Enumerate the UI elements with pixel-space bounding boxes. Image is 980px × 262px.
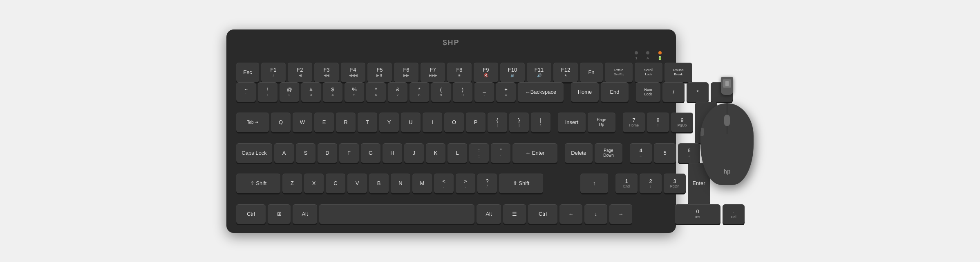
key-f2[interactable]: F2◀	[288, 63, 312, 82]
key-numpad-dot[interactable]: .Del	[723, 204, 745, 224]
key-f10[interactable]: F10🔉	[500, 63, 525, 82]
key-w[interactable]: W	[293, 113, 312, 132]
key-y[interactable]: Y	[379, 113, 399, 132]
key-right-shift[interactable]: ⇧ Shift	[499, 174, 543, 193]
key-numpad-6[interactable]: 6→	[678, 143, 700, 163]
key-p[interactable]: P	[466, 113, 486, 132]
key-7[interactable]: &7	[388, 82, 407, 102]
key-period[interactable]: >.	[456, 174, 475, 193]
key-close-bracket[interactable]: }]	[509, 113, 529, 132]
key-l[interactable]: L	[447, 143, 467, 163]
key-win[interactable]: ⊞	[268, 204, 291, 224]
key-c[interactable]: C	[326, 174, 345, 193]
key-5[interactable]: %5	[345, 82, 364, 102]
key-tab[interactable]: Tab ⇥	[236, 113, 269, 132]
key-d[interactable]: D	[318, 143, 337, 163]
key-8[interactable]: *8	[409, 82, 429, 102]
key-page-up[interactable]: PageUp	[588, 113, 615, 132]
key-pause[interactable]: PauseBreak	[665, 63, 692, 82]
key-caps-lock[interactable]: Caps Lock	[236, 143, 272, 163]
key-u[interactable]: U	[401, 113, 421, 132]
key-backslash[interactable]: |\	[531, 113, 550, 132]
key-a[interactable]: A	[274, 143, 294, 163]
key-f9[interactable]: F9🔇	[474, 63, 498, 82]
key-open-bracket[interactable]: {[	[488, 113, 507, 132]
key-delete[interactable]: Delete	[565, 143, 593, 163]
key-o[interactable]: O	[444, 113, 464, 132]
key-0[interactable]: )0	[453, 82, 472, 102]
key-r[interactable]: R	[336, 113, 356, 132]
key-enter[interactable]: ← Enter	[512, 143, 557, 163]
key-num-lock[interactable]: NumLock	[636, 82, 660, 102]
key-scroll-lock[interactable]: ScrollLock	[635, 63, 662, 82]
key-2[interactable]: @2	[280, 82, 299, 102]
key-f1[interactable]: F1♪	[261, 63, 286, 82]
key-f4[interactable]: F4◀◀◀	[341, 63, 365, 82]
key-i[interactable]: I	[423, 113, 442, 132]
key-j[interactable]: J	[404, 143, 424, 163]
key-left-shift[interactable]: ⇧ Shift	[236, 174, 280, 193]
key-space[interactable]	[319, 204, 474, 224]
key-f3[interactable]: F3◀◀	[314, 63, 339, 82]
key-numpad-star[interactable]: *	[687, 82, 709, 102]
key-quote[interactable]: "'	[491, 143, 510, 163]
key-m[interactable]: M	[412, 174, 432, 193]
key-right-ctrl[interactable]: Ctrl	[528, 204, 557, 224]
key-k[interactable]: K	[426, 143, 445, 163]
key-prtsc[interactable]: PrtScSysRq	[605, 63, 633, 82]
key-g[interactable]: G	[361, 143, 380, 163]
key-left-ctrl[interactable]: Ctrl	[236, 204, 266, 224]
key-numpad-5[interactable]: 5	[654, 143, 676, 163]
key-s[interactable]: S	[296, 143, 315, 163]
key-x[interactable]: X	[304, 174, 324, 193]
key-1[interactable]: !1	[258, 82, 277, 102]
key-comma[interactable]: <,	[434, 174, 454, 193]
key-t[interactable]: T	[358, 113, 377, 132]
key-numpad-7[interactable]: 7Home	[623, 113, 645, 132]
key-numpad-2[interactable]: 2↓	[640, 174, 662, 193]
key-3[interactable]: #3	[301, 82, 321, 102]
key-left-alt[interactable]: Alt	[293, 204, 317, 224]
key-n[interactable]: N	[391, 174, 410, 193]
key-minus[interactable]: _-	[474, 82, 494, 102]
key-e[interactable]: E	[314, 113, 334, 132]
key-f8[interactable]: F8■	[447, 63, 472, 82]
key-b[interactable]: B	[369, 174, 389, 193]
key-backspace[interactable]: ←Backspace	[518, 82, 564, 102]
key-z[interactable]: Z	[282, 174, 302, 193]
key-esc[interactable]: Esc	[236, 63, 259, 82]
key-numpad-0[interactable]: 0Ins	[675, 204, 720, 224]
key-home[interactable]: Home	[571, 82, 599, 102]
key-slash[interactable]: ?/	[477, 174, 497, 193]
key-numpad-slash[interactable]: /	[662, 82, 685, 102]
key-q[interactable]: Q	[271, 113, 291, 132]
key-backtick[interactable]: ~`	[236, 82, 256, 102]
key-page-down[interactable]: PageDown	[595, 143, 622, 163]
key-h[interactable]: H	[383, 143, 402, 163]
key-equals[interactable]: +=	[496, 82, 516, 102]
key-end[interactable]: End	[601, 82, 629, 102]
key-6[interactable]: ^6	[366, 82, 386, 102]
key-arrow-down[interactable]: ↓	[584, 204, 607, 224]
key-f12[interactable]: F12★	[553, 63, 578, 82]
key-9[interactable]: (9	[431, 82, 451, 102]
key-arrow-left[interactable]: ←	[559, 204, 582, 224]
key-v[interactable]: V	[347, 174, 367, 193]
key-fn[interactable]: Fn	[580, 63, 603, 82]
key-right-alt[interactable]: Alt	[477, 204, 501, 224]
key-f6[interactable]: F6▶▶	[394, 63, 418, 82]
key-numpad-8[interactable]: 8↑	[647, 113, 669, 132]
key-numpad-3[interactable]: 3PgDn	[664, 174, 686, 193]
key-4[interactable]: $4	[323, 82, 342, 102]
key-semicolon[interactable]: :;	[469, 143, 489, 163]
key-f11[interactable]: F11🔊	[527, 63, 551, 82]
key-arrow-up[interactable]: ↑	[580, 174, 608, 193]
key-f[interactable]: F	[339, 143, 359, 163]
key-menu[interactable]: ☰	[503, 204, 526, 224]
key-f5[interactable]: F5▶⏸	[367, 63, 392, 82]
key-numpad-4[interactable]: 4←	[630, 143, 652, 163]
key-insert[interactable]: Insert	[558, 113, 586, 132]
key-arrow-right[interactable]: →	[609, 204, 632, 224]
key-numpad-9[interactable]: 9PgUp	[671, 113, 693, 132]
key-f7[interactable]: F7▶▶▶	[421, 63, 445, 82]
